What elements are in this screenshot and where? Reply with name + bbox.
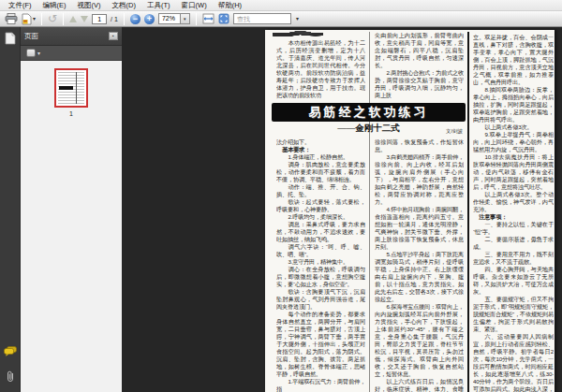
attachments-panel-button[interactable] — [6, 370, 15, 386]
paragraph: 2.两肘挑心合抱式：为前式之收势，两臂徐徐交叉贴于胸前，意守丹田，呼吸调匀入细，… — [375, 69, 464, 99]
search-dropdown-caret-icon[interactable]: ▾ — [296, 16, 299, 22]
menubar: 文件(F)编辑(E)视图(V)文档(D)工具(T)窗口(W)帮助(H) — [0, 0, 562, 11]
paragraph: 1.平端双石沉气力：两臂前伸，指 — [276, 378, 365, 392]
create-pdf-button[interactable]: ▾ — [22, 12, 36, 25]
paragraph: 5.点地平沙平身起：两下肢距离调宽如骑马式，稍停片刻，使呼吸平稳，上身保持中正。… — [375, 251, 464, 303]
pages-panel-header: 页面 ▪ — [21, 27, 122, 46]
paragraph: 基本要求： — [276, 146, 365, 153]
toolbar-separator — [41, 13, 42, 25]
paragraph: 以上六式练百日后，如情况良好，临床症状、精神、体力、食睡均有改善，可酌情加以下四… — [375, 378, 464, 392]
pages-icon — [5, 32, 16, 45]
paragraph: 徐徐回落，恢复预备式，作短暂休息。 — [375, 138, 464, 153]
paragraph: 四、要心胸开阔，与天地共呼吸。杂念要来如游云了无所碍，又如洪炉大冶，可使万念成灰… — [473, 266, 554, 296]
fit-page-button[interactable] — [218, 12, 229, 25]
page-total-label: / 1 — [111, 16, 118, 22]
page-up-icon — [69, 16, 77, 22]
document-canvas: 本功相传源出易筋经，为十二式，后历经演变删增，定为十八式。于清嘉庆、道光年间，传… — [122, 27, 562, 392]
paragraph: 9.双拳上举提丹气：两拳相向，向上回环绕，拳心朝外，再猛然用力内旋，气沉丹田。 — [473, 131, 554, 153]
paragraph: 2.呼吸均匀，柔细深长。 — [276, 213, 365, 221]
column-divider-thin — [369, 32, 370, 392]
paperclip-icon — [6, 370, 15, 383]
paragraph: 二、要循序渐进，毋急于求成。 — [473, 236, 554, 251]
dropdown-caret-icon[interactable]: ▾ — [33, 16, 36, 22]
paragraph: 4.怀中抱月现胸前：两腕回翻，食指遥遥相向，距离约四五寸。意想如抱一轮满月，通体… — [375, 206, 464, 251]
next-page-button — [81, 12, 88, 25]
zoom-in-icon: + — [144, 14, 155, 24]
zoom-out-button[interactable]: − — [130, 12, 140, 25]
menu-item[interactable]: 编辑(E) — [38, 0, 71, 10]
thumbnail-column-divider — [76, 72, 77, 104]
paragraph: 10.排去病魔扶丹田：将上肢双拳轻轻抛回落向丹田两侧震动，使内气鼓荡，移停有金石… — [473, 153, 554, 191]
column-2-top: 尖由前向上内划弧形，前臂弯曲内收，意尖稍高于肩，同肩等宽，意念如端磐石，四平八稳… — [375, 32, 464, 102]
menu-item[interactable]: 工具(T) — [142, 0, 175, 10]
pages-panel-button[interactable] — [5, 32, 16, 49]
paragraph: 尖由前向上内划弧形，前臂弯曲内收，意尖稍高于肩，同肩等宽，意念如端磐石，四平八稳… — [375, 32, 464, 69]
zoom-dropdown-caret-icon[interactable]: ▾ — [181, 13, 190, 24]
paragraph: 调息：采鼻式呼吸，要力求自然，不鼓动用力，不追求速效，要吐如抽丝，纳如飞鸣。 — [276, 221, 365, 243]
paragraph: 6.探海寻宝点腰间：双臂向上，向内旋腕划弧经耳后向前外舒展，力贯指尖，手心向下，… — [375, 303, 464, 378]
main-area: 页面 ▪ ▾ 1 本功相传源出易筋经，为十二式，后历经演变删增，定为十八式。 — [0, 27, 562, 392]
previous-page-button — [69, 12, 77, 25]
paragraph: 三、要用意不用力，既不刻意追求，又不流于疏散。 — [473, 251, 554, 266]
toolbar-separator — [124, 13, 125, 25]
pages-panel-title: 页面 — [24, 32, 109, 41]
printer-icon — [5, 13, 18, 24]
panel-menu-button[interactable]: ▪ — [109, 32, 118, 40]
fit-width-icon — [202, 13, 214, 24]
document-add-icon — [22, 13, 32, 25]
paragraph: 本功相传源出易筋经，为十二式，后历经演变删增，定为十八式。于清嘉庆、道光年间，传… — [276, 39, 365, 99]
thumbnail-options-icon[interactable] — [26, 49, 36, 57]
zoom-in-button[interactable]: + — [144, 12, 155, 25]
page-thumbnail[interactable] — [54, 68, 88, 108]
comments-icon — [4, 346, 17, 356]
menu-item[interactable]: 文档(D) — [108, 0, 140, 10]
paragraph: 法介绍如下。 — [276, 138, 365, 146]
search-input[interactable] — [233, 13, 291, 24]
menu-item[interactable]: 文件(F) — [4, 0, 37, 10]
pdf-viewer-window: 文件(F)编辑(E)视图(V)文档(D)工具(T)窗口(W)帮助(H) ▾ ↺ — [0, 0, 562, 392]
fit-page-icon — [218, 13, 229, 24]
paragraph: 注意事项： — [473, 213, 554, 221]
paragraph: 调心：在全身放松，呼吸调匀后，即微微想着小腹，意想胸空腹实，要“心如止水，身似空… — [276, 266, 365, 288]
article-byline: 文/剑波 — [446, 128, 463, 135]
article-subtitle-row: ——金刚十二式 文/剑波 — [272, 123, 466, 136]
toolbar-separator — [196, 13, 197, 25]
paragraph: 1.身体端正，松静自然。 — [276, 153, 365, 161]
menu-item[interactable]: 视图(V) — [73, 0, 106, 10]
print-button[interactable] — [5, 12, 18, 25]
article-title-banner: 易筋经之软功练习 — [272, 103, 466, 122]
thumbnails-area: 1 — [21, 61, 122, 392]
paragraph: 以上两式各做3次。 — [473, 123, 554, 131]
pages-panel: 页面 ▪ ▾ 1 — [21, 27, 122, 392]
previous-view-button: ↺ — [48, 12, 57, 25]
thumbnail-page-number: 1 — [69, 110, 73, 117]
paragraph: 3.白鹤亮翅四梢齐：两手前伸，徐徐向前、向上内收，经耳后划弧，旋腕向肩外侧展（手… — [375, 153, 464, 206]
navigation-panel-strip — [0, 27, 21, 392]
column-divider-bold — [467, 32, 469, 392]
paragraph: 歌诀：含胸要顶气下沉，沉肩坠肘鼻观心，气到丹田强谷道，尾闾夹脊透顶门。 — [276, 288, 365, 311]
toolbar: ▾ ↺ / 1 − + 72% ▾ — [0, 11, 562, 27]
options-caret-icon[interactable]: ▾ — [37, 50, 40, 56]
thumbnails-toolbar: ▾ — [21, 46, 122, 61]
article-title: 易筋经之软功练习 — [309, 104, 429, 121]
page-down-icon — [81, 16, 88, 22]
zoom-level-value: 72% — [158, 13, 181, 24]
paragraph: 六、运动量要因人因病制宜，原则上行动者应感到轻松、自然，呼吸平静。初学者每日2次… — [473, 333, 554, 392]
zoom-out-icon: − — [130, 14, 140, 24]
fit-width-button[interactable] — [202, 12, 214, 25]
paragraph: 调气六字诀：“呵、呼、嘘、吹、呬、嘻”。 — [276, 243, 365, 258]
page-header-ornament — [273, 30, 323, 37]
comments-panel-button[interactable] — [4, 343, 17, 360]
paragraph: 五、要循规守矩，但又不拘泥于形式，即“明规矩而守规矩，脱规矩而合规矩”，不依规矩… — [473, 296, 554, 333]
article-subtitle: ——金刚十二式 — [272, 123, 466, 135]
paragraph: 每个动作的准备姿势，都要求身体自然直立，两脚分开，与肩同宽，二目垂帘，鼻与脐对，… — [276, 311, 365, 378]
menu-item[interactable]: 帮助(H) — [214, 0, 246, 10]
column-2-bottom: 徐徐回落，恢复预备式，作短暂休息。3.白鹤亮翅四梢齐：两手前伸，徐徐向前、向上内… — [375, 138, 464, 392]
thumbnail-preview — [58, 72, 84, 104]
menu-item[interactable]: 窗口(W) — [177, 0, 212, 10]
paragraph: 8.抽回双拳两胁边：反掌，掌心向上，拇指掐向拳心，向后抽拉，扩胸，同时两足跟提起… — [473, 86, 554, 123]
page-number-input[interactable] — [92, 14, 107, 24]
paragraph: 立。双足并拢，百会、会阴成一直线，鼻下对脐，含胸收腹，双手变掌，掌心向下，置大腿… — [473, 34, 554, 86]
zoom-level-select[interactable]: 72% ▾ — [158, 13, 190, 24]
paragraph: 一、要持之以恒，关键在于“恒”字。 — [473, 221, 554, 236]
